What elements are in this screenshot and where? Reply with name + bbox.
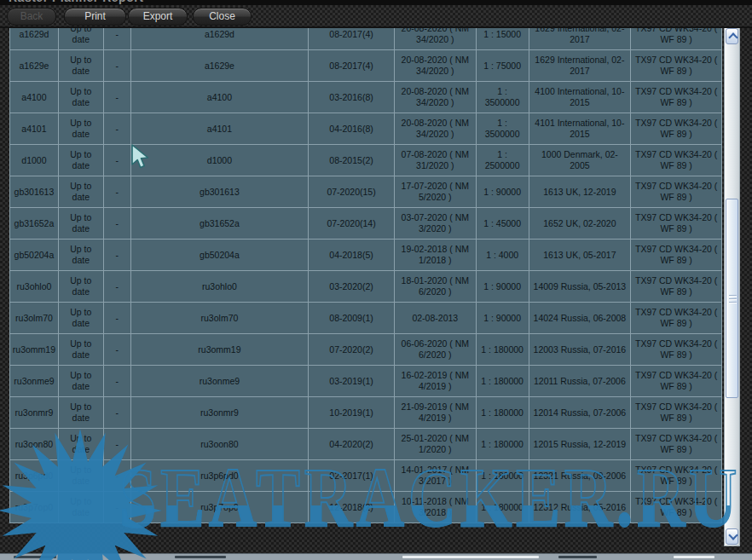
cell-chart-name: a4100 [131, 82, 309, 113]
cell-edition-date: 03-2016(8) [309, 82, 395, 113]
cell-scale: 1 : 90000 [477, 176, 529, 207]
cell-correction-date: 25-01-2020 ( NM 1/2020 ) [395, 429, 477, 459]
cell-scale: 1 : 90000 [477, 303, 529, 333]
status-text-fragment [402, 556, 539, 558]
cell-correction-date: 18-01-2020 ( NM 6/2020 ) [395, 271, 477, 302]
cell-scale: 1 : 45000 [477, 208, 529, 239]
cell-media: TX97 CD WK34-20 ( WF 89 ) [631, 50, 721, 81]
print-button[interactable]: Print [64, 8, 126, 26]
status-text-fragment [558, 556, 597, 558]
table-row[interactable]: ru3p6pd0 Up to date - ru3p6pd0 02-2017(1… [10, 460, 721, 492]
table-row[interactable]: a1629e Up to date - a1629e 08-2017(4) 20… [10, 50, 721, 82]
cell-chart-name: ru3ohlo0 [131, 271, 309, 302]
cell-status: Up to date [59, 82, 104, 113]
cell-auto-flag: - [104, 240, 131, 270]
cell-status: Up to date [59, 50, 104, 81]
cell-correction-date: 17-07-2020 ( NM 5/2020 ) [395, 176, 477, 207]
cell-correction-date: 20-08-2020 ( NM 34/2020 ) [395, 113, 477, 144]
cell-media: TX97 CD WK34-20 ( WF 89 ) [631, 366, 721, 396]
table-row[interactable]: ru3oon80 Up to date - ru3oon80 04-2020(2… [10, 429, 721, 460]
cell-chart-id: ru3oon80 [10, 429, 59, 459]
cell-status: Up to date [59, 429, 104, 459]
cell-auto-flag: - [104, 366, 131, 396]
cell-source-chart: 4100 International, 10-2015 [529, 82, 632, 113]
cell-scale: 1 : 180000 [477, 366, 529, 396]
cell-chart-id: ru3olm70 [10, 303, 59, 333]
cell-media: TX97 CD WK34-20 ( WF 89 ) [631, 113, 721, 144]
cell-correction-date: 20-08-2020 ( NM 34/2020 ) [395, 50, 477, 81]
cell-media: TX97 CD WK34-20 ( WF 89 ) [631, 271, 721, 302]
cell-chart-name: a4101 [131, 113, 309, 144]
cell-scale: 1 : 180000 [477, 460, 529, 491]
cell-chart-id: a1629e [10, 50, 59, 81]
cell-media: TX97 CD WK34-20 ( WF 89 ) [631, 460, 721, 491]
cell-chart-id: ru3onme9 [10, 366, 59, 396]
cell-correction-date: 21-09-2019 ( NM 4/2019 ) [395, 397, 477, 428]
table-row[interactable]: a4101 Up to date - a4101 04-2016(8) 20-0… [10, 113, 721, 145]
cell-scale: 1 : 75000 [477, 50, 529, 81]
cell-chart-name: gb50204a [131, 240, 309, 270]
cell-source-chart: 12015 Russia, 12-2019 [529, 429, 632, 459]
cell-chart-id: gb50204a [10, 240, 59, 270]
cell-scale: 1 : 180000 [477, 429, 529, 459]
cell-correction-date: 20-08-2020 ( NM 34/2020 ) [395, 82, 477, 113]
report-table: a1629d Up to date - a1629d 08-2017(4) 20… [9, 19, 722, 523]
table-row[interactable]: gb31652a Up to date - gb31652a 07-2020(1… [10, 208, 721, 240]
cell-scale: 1 : 180000 [477, 334, 529, 365]
cell-chart-id: a4100 [10, 82, 59, 113]
cell-status: Up to date [59, 113, 104, 144]
cell-status: Up to date [59, 145, 104, 176]
table-row[interactable]: ru3p7op0 Up to date - ru3p7op0 12-2018(2… [10, 492, 721, 523]
scrollbar-thumb[interactable] [726, 199, 738, 398]
cell-chart-id: d1000 [10, 145, 59, 176]
scroll-up-button[interactable] [726, 28, 738, 44]
scroll-down-button[interactable] [726, 528, 738, 545]
cell-source-chart: 12014 Russia, 07-2006 [529, 397, 632, 428]
cell-status: Up to date [59, 334, 104, 365]
cell-correction-date: 03-07-2020 ( NM 3/2020 ) [395, 208, 477, 239]
table-row[interactable]: ru3omm19 Up to date - ru3omm19 07-2020(2… [10, 334, 721, 366]
cell-source-chart: 12003 Russia, 07-2016 [529, 334, 632, 365]
cell-media: TX97 CD WK34-20 ( WF 89 ) [631, 176, 721, 207]
cell-status: Up to date [59, 492, 104, 522]
close-button[interactable]: Close [193, 8, 252, 26]
cell-chart-name: gb301613 [131, 176, 309, 207]
cell-correction-date: 14-01-2017 ( NM 3/2017 ) [395, 460, 477, 491]
table-row[interactable]: gb50204a Up to date - gb50204a 04-2018(5… [10, 240, 721, 271]
cell-source-chart: 1613 UK, 12-2019 [529, 176, 632, 207]
table-row[interactable]: ru3ohlo0 Up to date - ru3ohlo0 03-2020(2… [10, 271, 721, 303]
cell-edition-date: 04-2020(2) [309, 429, 395, 459]
cell-source-chart: 1652 UK, 02-2020 [529, 208, 632, 239]
cell-media: TX97 CD WK34-20 ( WF 89 ) [631, 208, 721, 239]
cell-scale: 1 : 3500000 [477, 113, 529, 144]
table-row[interactable]: ru3onmr9 Up to date - ru3onmr9 10-2019(1… [10, 397, 721, 429]
status-text-fragment [674, 556, 714, 558]
cell-status: Up to date [59, 460, 104, 491]
cell-chart-name: ru3omm19 [131, 334, 309, 365]
vertical-scrollbar[interactable] [724, 26, 740, 546]
report-window: Raster Planner Report Back Print Export … [0, 0, 752, 560]
cell-chart-id: gb31652a [10, 208, 59, 239]
cell-source-chart: 1629 International, 02-2017 [529, 50, 632, 81]
cell-chart-id: ru3onmr9 [10, 397, 59, 428]
cell-edition-date: 07-2020(2) [309, 334, 395, 365]
table-row[interactable]: a4100 Up to date - a4100 03-2016(8) 20-0… [10, 82, 721, 113]
table-row[interactable]: ru3olm70 Up to date - ru3olm70 08-2009(1… [10, 303, 721, 334]
cell-media: TX97 CD WK34-20 ( WF 89 ) [631, 429, 721, 459]
cell-auto-flag: - [104, 429, 131, 459]
cell-chart-id: ru3ohlo0 [10, 271, 59, 302]
table-row[interactable]: d1000 Up to date - d1000 08-2015(2) 07-0… [10, 145, 721, 176]
back-button[interactable]: Back [7, 8, 56, 26]
cell-edition-date: 03-2019(1) [309, 366, 395, 396]
table-row[interactable]: gb301613 Up to date - gb301613 07-2020(1… [10, 176, 721, 208]
table-row[interactable]: ru3onme9 Up to date - ru3onme9 03-2019(1… [10, 366, 721, 397]
cell-media: TX97 CD WK34-20 ( WF 89 ) [631, 82, 721, 113]
cell-auto-flag: - [104, 82, 131, 113]
cell-correction-date: 02-08-2013 [395, 303, 477, 333]
cell-source-chart: 1613 UK, 05-2017 [529, 240, 632, 270]
export-button[interactable]: Export [128, 8, 188, 26]
cell-scale: 1 : 90000 [477, 271, 529, 302]
cell-auto-flag: - [104, 271, 131, 302]
cell-correction-date: 16-02-2019 ( NM 4/2019 ) [395, 366, 477, 396]
toolbar: Back Print Export Close [0, 5, 752, 28]
